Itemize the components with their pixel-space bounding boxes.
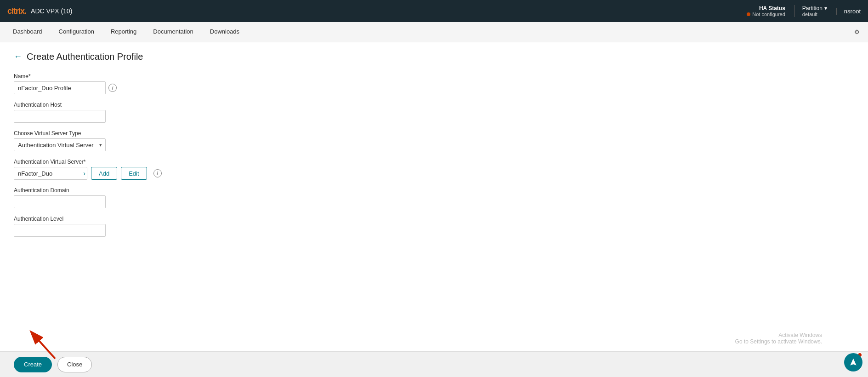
ha-status: HA Status Not configured	[747, 5, 785, 17]
partition-arrow-icon: ▾	[824, 5, 827, 11]
citrix-logo: citrix.	[7, 6, 26, 16]
auth-vs-group: Authentication Virtual Server* › Add Edi…	[14, 159, 335, 180]
topbar-right: HA Status Not configured Partition ▾ def…	[747, 5, 861, 17]
name-input[interactable]	[14, 81, 106, 94]
ha-not-configured: Not configured	[747, 11, 785, 17]
close-button[interactable]: Close	[57, 357, 92, 372]
auth-host-label: Authentication Host	[14, 102, 335, 108]
user-menu[interactable]: nsroot	[836, 8, 861, 15]
nav-dashboard[interactable]: Dashboard	[5, 22, 51, 42]
auth-vs-input-wrap: ›	[14, 167, 87, 180]
auth-host-input[interactable]	[14, 110, 106, 123]
form: Name* i Authentication Host Choose Virtu…	[14, 73, 335, 237]
settings-icon[interactable]: ⚙	[851, 25, 863, 39]
nav-downloads[interactable]: Downloads	[202, 22, 248, 42]
page-title-row: ← Create Authentication Profile	[14, 51, 854, 62]
auth-vs-info-icon[interactable]: i	[153, 169, 162, 177]
activate-line2: Go to Settings to activate Windows.	[735, 338, 822, 345]
create-button[interactable]: Create	[14, 357, 52, 372]
name-group: Name* i	[14, 73, 335, 94]
partition-label[interactable]: Partition ▾	[802, 5, 827, 11]
auth-vs-navigate-button[interactable]: ›	[83, 170, 85, 177]
nav-reporting[interactable]: Reporting	[102, 22, 145, 42]
name-label: Name*	[14, 73, 335, 80]
auth-vs-input[interactable]	[14, 167, 87, 180]
activate-line1: Activate Windows	[735, 332, 822, 338]
ha-not-configured-text: Not configured	[752, 11, 785, 17]
navbar: Dashboard Configuration Reporting Docume…	[0, 22, 868, 42]
main-content: ← Create Authentication Profile Name* i …	[0, 42, 868, 377]
activate-windows: Activate Windows Go to Settings to activ…	[735, 332, 822, 345]
auth-level-input[interactable]	[14, 224, 106, 237]
auth-vs-label: Authentication Virtual Server*	[14, 159, 335, 165]
name-info-icon[interactable]: i	[108, 84, 117, 92]
vs-type-select-wrap: Authentication Virtual Server Traffic Ma…	[14, 138, 106, 151]
auth-domain-label: Authentication Domain	[14, 187, 335, 194]
nav-documentation[interactable]: Documentation	[145, 22, 201, 42]
vs-type-select[interactable]: Authentication Virtual Server Traffic Ma…	[14, 138, 106, 151]
topbar: citrix. ADC VPX (10) HA Status Not confi…	[0, 0, 868, 22]
product-name: ADC VPX (10)	[31, 7, 72, 15]
back-button[interactable]: ←	[14, 52, 22, 62]
partition-value: default	[802, 11, 827, 17]
partition-section: Partition ▾ default	[794, 5, 827, 17]
auth-host-group: Authentication Host	[14, 102, 335, 123]
auth-vs-row: › Add Edit i	[14, 167, 335, 180]
add-button[interactable]: Add	[91, 167, 117, 180]
ha-dot	[747, 12, 750, 16]
ha-status-label: HA Status	[759, 5, 785, 11]
auth-level-group: Authentication Level	[14, 216, 335, 237]
page-title: Create Authentication Profile	[27, 51, 143, 62]
vs-type-label: Choose Virtual Server Type	[14, 130, 335, 137]
nav-configuration[interactable]: Configuration	[51, 22, 102, 42]
auth-level-label: Authentication Level	[14, 216, 335, 222]
auth-domain-input[interactable]	[14, 195, 106, 208]
brand: citrix. ADC VPX (10)	[7, 6, 72, 16]
footer-bar: Create Close	[0, 351, 868, 377]
nav-fab-button[interactable]	[844, 353, 862, 371]
edit-button[interactable]: Edit	[121, 167, 147, 180]
nav-fab-icon	[849, 358, 858, 367]
auth-domain-group: Authentication Domain	[14, 187, 335, 208]
username: nsroot	[844, 8, 861, 15]
vs-type-group: Choose Virtual Server Type Authenticatio…	[14, 130, 335, 151]
